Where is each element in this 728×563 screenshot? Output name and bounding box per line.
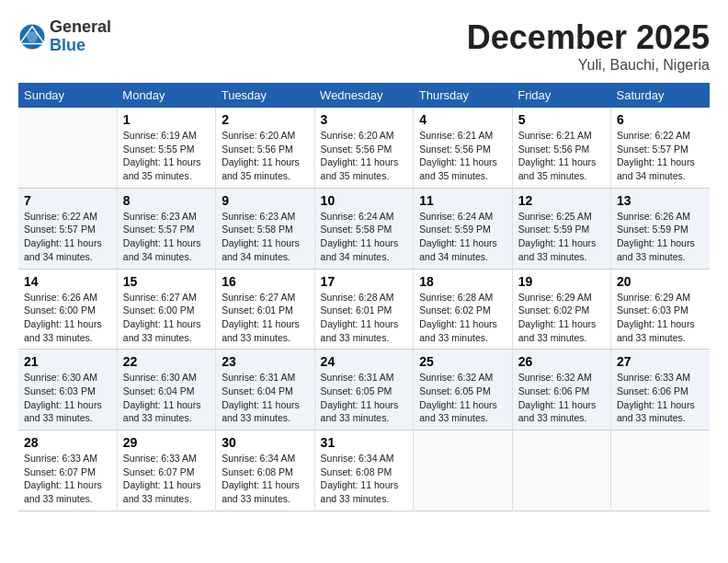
header-friday: Friday	[512, 83, 610, 108]
calendar-cell: 13Sunrise: 6:26 AMSunset: 5:59 PMDayligh…	[611, 188, 710, 269]
day-info: Sunrise: 6:26 AMSunset: 5:59 PMDaylight:…	[617, 210, 704, 264]
day-info: Sunrise: 6:30 AMSunset: 6:04 PMDaylight:…	[123, 371, 210, 425]
day-info: Sunrise: 6:30 AMSunset: 6:03 PMDaylight:…	[24, 371, 111, 425]
day-number: 28	[24, 435, 111, 450]
day-number: 30	[222, 435, 308, 450]
calendar-cell: 26Sunrise: 6:32 AMSunset: 6:06 PMDayligh…	[512, 350, 610, 431]
calendar-cell: 21Sunrise: 6:30 AMSunset: 6:03 PMDayligh…	[18, 350, 117, 431]
day-info: Sunrise: 6:21 AMSunset: 5:56 PMDaylight:…	[518, 129, 605, 183]
calendar-cell: 28Sunrise: 6:33 AMSunset: 6:07 PMDayligh…	[18, 431, 117, 511]
day-info: Sunrise: 6:31 AMSunset: 6:04 PMDaylight:…	[222, 371, 308, 425]
calendar-week-row: 1Sunrise: 6:19 AMSunset: 5:55 PMDaylight…	[18, 108, 710, 188]
day-number: 13	[617, 193, 704, 208]
day-number: 14	[24, 274, 111, 289]
calendar-cell	[18, 108, 117, 188]
day-number: 8	[123, 193, 210, 208]
day-number: 15	[123, 274, 210, 289]
day-number: 17	[321, 274, 408, 289]
calendar-cell: 7Sunrise: 6:22 AMSunset: 5:57 PMDaylight…	[18, 188, 117, 269]
day-info: Sunrise: 6:33 AMSunset: 6:07 PMDaylight:…	[123, 452, 210, 506]
day-info: Sunrise: 6:31 AMSunset: 6:05 PMDaylight:…	[321, 371, 408, 425]
day-info: Sunrise: 6:27 AMSunset: 6:00 PMDaylight:…	[123, 291, 210, 345]
calendar-cell: 18Sunrise: 6:28 AMSunset: 6:02 PMDayligh…	[414, 269, 512, 350]
calendar-cell: 22Sunrise: 6:30 AMSunset: 6:04 PMDayligh…	[117, 350, 215, 431]
day-info: Sunrise: 6:28 AMSunset: 6:01 PMDaylight:…	[321, 291, 408, 345]
calendar-cell: 3Sunrise: 6:20 AMSunset: 5:56 PMDaylight…	[314, 108, 414, 188]
calendar-cell	[414, 431, 512, 511]
calendar-cell: 16Sunrise: 6:27 AMSunset: 6:01 PMDayligh…	[216, 269, 314, 350]
day-info: Sunrise: 6:28 AMSunset: 6:02 PMDaylight:…	[419, 291, 506, 345]
day-info: Sunrise: 6:27 AMSunset: 6:01 PMDaylight:…	[222, 291, 308, 345]
calendar-week-row: 14Sunrise: 6:26 AMSunset: 6:00 PMDayligh…	[18, 269, 710, 350]
calendar-cell: 14Sunrise: 6:26 AMSunset: 6:00 PMDayligh…	[18, 269, 117, 350]
day-number: 4	[419, 112, 506, 127]
day-info: Sunrise: 6:25 AMSunset: 5:59 PMDaylight:…	[518, 210, 605, 264]
day-number: 3	[321, 112, 408, 127]
svg-point-2	[27, 31, 38, 42]
calendar-cell: 2Sunrise: 6:20 AMSunset: 5:56 PMDaylight…	[216, 108, 314, 188]
day-number: 31	[321, 435, 408, 450]
day-number: 5	[518, 112, 605, 127]
day-number: 16	[222, 274, 308, 289]
day-number: 6	[617, 112, 704, 127]
day-info: Sunrise: 6:24 AMSunset: 5:58 PMDaylight:…	[321, 210, 408, 264]
day-info: Sunrise: 6:21 AMSunset: 5:56 PMDaylight:…	[419, 129, 506, 183]
calendar-week-row: 7Sunrise: 6:22 AMSunset: 5:57 PMDaylight…	[18, 188, 710, 269]
calendar-cell: 23Sunrise: 6:31 AMSunset: 6:04 PMDayligh…	[216, 350, 314, 431]
calendar-cell: 12Sunrise: 6:25 AMSunset: 5:59 PMDayligh…	[512, 188, 610, 269]
calendar-cell: 11Sunrise: 6:24 AMSunset: 5:59 PMDayligh…	[414, 188, 512, 269]
day-number: 9	[222, 193, 308, 208]
day-info: Sunrise: 6:33 AMSunset: 6:07 PMDaylight:…	[24, 452, 111, 506]
page-header: General Blue December 2025 Yuli, Bauchi,…	[18, 18, 710, 74]
day-info: Sunrise: 6:19 AMSunset: 5:55 PMDaylight:…	[123, 129, 210, 183]
header-tuesday: Tuesday	[216, 83, 314, 108]
header-monday: Monday	[117, 83, 215, 108]
calendar-cell: 4Sunrise: 6:21 AMSunset: 5:56 PMDaylight…	[414, 108, 512, 188]
calendar-week-row: 28Sunrise: 6:33 AMSunset: 6:07 PMDayligh…	[18, 431, 710, 511]
day-info: Sunrise: 6:26 AMSunset: 6:00 PMDaylight:…	[24, 291, 111, 345]
header-saturday: Saturday	[611, 83, 710, 108]
day-info: Sunrise: 6:34 AMSunset: 6:08 PMDaylight:…	[222, 452, 308, 506]
header-sunday: Sunday	[18, 83, 117, 108]
day-number: 27	[617, 354, 704, 369]
day-info: Sunrise: 6:33 AMSunset: 6:06 PMDaylight:…	[617, 371, 704, 425]
calendar-cell	[611, 431, 710, 511]
calendar-cell: 9Sunrise: 6:23 AMSunset: 5:58 PMDaylight…	[216, 188, 314, 269]
day-info: Sunrise: 6:20 AMSunset: 5:56 PMDaylight:…	[222, 129, 308, 183]
day-info: Sunrise: 6:32 AMSunset: 6:06 PMDaylight:…	[518, 371, 605, 425]
day-info: Sunrise: 6:20 AMSunset: 5:56 PMDaylight:…	[321, 129, 408, 183]
header-wednesday: Wednesday	[314, 83, 414, 108]
calendar-cell: 6Sunrise: 6:22 AMSunset: 5:57 PMDaylight…	[611, 108, 710, 188]
title-block: December 2025 Yuli, Bauchi, Nigeria	[467, 18, 710, 74]
day-info: Sunrise: 6:22 AMSunset: 5:57 PMDaylight:…	[617, 129, 704, 183]
logo-blue-text: Blue	[50, 37, 111, 55]
day-number: 26	[518, 354, 605, 369]
day-info: Sunrise: 6:23 AMSunset: 5:57 PMDaylight:…	[123, 210, 210, 264]
day-info: Sunrise: 6:29 AMSunset: 6:02 PMDaylight:…	[518, 291, 605, 345]
day-number: 10	[321, 193, 408, 208]
day-number: 7	[24, 193, 111, 208]
calendar-table: SundayMondayTuesdayWednesdayThursdayFrid…	[18, 83, 710, 511]
location: Yuli, Bauchi, Nigeria	[467, 57, 710, 74]
logo-general-text: General	[50, 18, 111, 37]
calendar-cell: 17Sunrise: 6:28 AMSunset: 6:01 PMDayligh…	[314, 269, 414, 350]
month-title: December 2025	[467, 18, 710, 57]
day-number: 11	[419, 193, 506, 208]
calendar-cell: 24Sunrise: 6:31 AMSunset: 6:05 PMDayligh…	[314, 350, 414, 431]
calendar-cell: 25Sunrise: 6:32 AMSunset: 6:05 PMDayligh…	[414, 350, 512, 431]
day-info: Sunrise: 6:22 AMSunset: 5:57 PMDaylight:…	[24, 210, 111, 264]
day-info: Sunrise: 6:34 AMSunset: 6:08 PMDaylight:…	[321, 452, 408, 506]
calendar-cell: 8Sunrise: 6:23 AMSunset: 5:57 PMDaylight…	[117, 188, 215, 269]
calendar-cell: 27Sunrise: 6:33 AMSunset: 6:06 PMDayligh…	[611, 350, 710, 431]
day-number: 18	[419, 274, 506, 289]
day-number: 22	[123, 354, 210, 369]
calendar-cell: 19Sunrise: 6:29 AMSunset: 6:02 PMDayligh…	[512, 269, 610, 350]
calendar-cell: 5Sunrise: 6:21 AMSunset: 5:56 PMDaylight…	[512, 108, 610, 188]
calendar-cell: 29Sunrise: 6:33 AMSunset: 6:07 PMDayligh…	[117, 431, 215, 511]
day-info: Sunrise: 6:23 AMSunset: 5:58 PMDaylight:…	[222, 210, 308, 264]
day-number: 19	[518, 274, 605, 289]
day-info: Sunrise: 6:24 AMSunset: 5:59 PMDaylight:…	[419, 210, 506, 264]
day-number: 21	[24, 354, 111, 369]
calendar-cell: 10Sunrise: 6:24 AMSunset: 5:58 PMDayligh…	[314, 188, 414, 269]
calendar-cell	[512, 431, 610, 511]
